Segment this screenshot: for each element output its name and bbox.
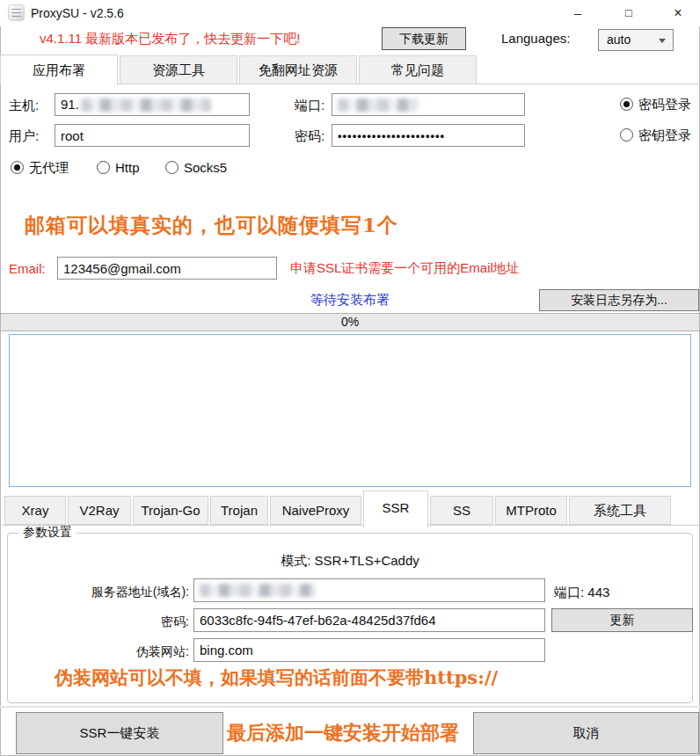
radio-icon bbox=[11, 161, 24, 174]
login-key-label: 密钥登录 bbox=[638, 127, 691, 142]
languages-label: Languages: bbox=[501, 31, 570, 46]
mask-site-label: 伪装网站: bbox=[66, 644, 189, 660]
proxy-none-label: 无代理 bbox=[29, 160, 69, 175]
tab-app-deploy[interactable]: 应用布署 bbox=[0, 55, 118, 85]
proxy-socks5-label: Socks5 bbox=[184, 160, 227, 175]
download-update-button[interactable]: 下载更新 bbox=[382, 27, 466, 50]
maximize-icon[interactable]: □ bbox=[609, 0, 649, 26]
update-notice-version: v4.1.11 bbox=[40, 31, 82, 46]
tab-free-sites[interactable]: 免翻网址资源 bbox=[239, 55, 357, 84]
radio-icon bbox=[165, 161, 179, 174]
login-key-radio[interactable]: 密钥登录 bbox=[620, 127, 691, 144]
chevron-down-icon bbox=[659, 39, 666, 43]
params-group-title: 参数设置 bbox=[18, 525, 77, 541]
params-port-line: 端口: 443 bbox=[554, 585, 609, 601]
mode-label: 模式: bbox=[281, 553, 310, 568]
tab-ssr[interactable]: SSR bbox=[363, 491, 428, 527]
email-input[interactable] bbox=[57, 257, 277, 280]
minimize-icon[interactable]: – bbox=[558, 0, 598, 26]
login-password-radio[interactable]: 密码登录 bbox=[620, 97, 691, 113]
footer-note: 最后添加一键安装开始部署 bbox=[227, 720, 459, 746]
install-log-area[interactable] bbox=[9, 334, 691, 487]
progress-bar: 0% bbox=[0, 313, 700, 331]
app-icon bbox=[8, 4, 25, 21]
email-note: 邮箱可以填真实的，也可以随便填写1个 bbox=[25, 212, 398, 239]
window-title: ProxySU - v2.5.6 bbox=[31, 6, 124, 20]
mode-line: 模式: SSR+TLS+Caddy bbox=[0, 553, 700, 570]
tab-faq[interactable]: 常见问题 bbox=[359, 55, 477, 84]
user-input[interactable] bbox=[55, 124, 250, 147]
proxy-tabs-divider bbox=[0, 525, 700, 526]
tab-mtproto[interactable]: MTProto bbox=[495, 496, 567, 525]
user-label: 用户: bbox=[9, 128, 39, 145]
redacted-port-value bbox=[338, 98, 419, 112]
port-label: 端口: bbox=[295, 98, 324, 114]
tab-v2ray[interactable]: V2Ray bbox=[68, 496, 131, 525]
params-password-input[interactable] bbox=[193, 608, 545, 632]
domain-input[interactable] bbox=[193, 578, 545, 602]
tab-naiveproxy[interactable]: NaiveProxy bbox=[270, 496, 361, 525]
redacted-domain-value bbox=[200, 584, 316, 597]
cancel-button[interactable]: 取消 bbox=[473, 712, 699, 754]
tab-trojan[interactable]: Trojan bbox=[210, 496, 268, 525]
host-value: 91. bbox=[61, 94, 79, 115]
password-label: 密码: bbox=[295, 128, 324, 145]
language-select-value: auto bbox=[607, 33, 631, 47]
title-bar: ProxySU - v2.5.6 – □ × bbox=[0, 0, 700, 26]
proxysu-window: ProxySU - v2.5.6 – □ × v4.1.11 最新版本已发布了，… bbox=[0, 0, 700, 756]
mode-value: SSR+TLS+Caddy bbox=[315, 553, 419, 568]
save-log-button[interactable]: 安装日志另存为... bbox=[539, 289, 699, 311]
proxy-socks5-radio[interactable]: Socks5 bbox=[165, 160, 227, 175]
email-label: Email: bbox=[9, 261, 46, 276]
footer-divider bbox=[0, 706, 700, 708]
host-input[interactable]: 91. bbox=[55, 93, 250, 116]
login-password-label: 密码登录 bbox=[638, 97, 691, 112]
redacted-host-value bbox=[81, 98, 211, 112]
ssl-email-hint: 申请SSL证书需要一个可用的Email地址 bbox=[290, 260, 520, 277]
tab-xray[interactable]: Xray bbox=[4, 496, 66, 525]
proxy-http-radio[interactable]: Http bbox=[97, 160, 140, 175]
domain-label: 服务器地址(域名): bbox=[66, 585, 189, 600]
params-port-value: 443 bbox=[587, 585, 609, 600]
params-port-label: 端口: bbox=[554, 585, 584, 600]
close-icon[interactable]: × bbox=[658, 0, 698, 26]
tab-system-tools[interactable]: 系统工具 bbox=[569, 496, 671, 525]
proxy-http-label: Http bbox=[115, 160, 140, 175]
password-input[interactable] bbox=[332, 124, 525, 147]
mask-site-input[interactable] bbox=[193, 638, 545, 662]
update-notice-text: 最新版本已发布了，快去更新一下吧! bbox=[82, 31, 300, 46]
mask-site-note: 伪装网站可以不填，如果填写的话前面不要带https:// bbox=[55, 665, 498, 690]
proxy-none-radio[interactable]: 无代理 bbox=[11, 160, 69, 177]
radio-icon bbox=[97, 161, 110, 174]
tab-ss[interactable]: SS bbox=[430, 496, 493, 525]
port-input[interactable] bbox=[332, 93, 525, 116]
ssr-install-button[interactable]: SSR一键安装 bbox=[16, 712, 223, 754]
radio-icon bbox=[620, 98, 633, 111]
host-label: 主机: bbox=[9, 98, 39, 114]
params-password-label: 密码: bbox=[66, 614, 189, 630]
tab-trojan-go[interactable]: Trojan-Go bbox=[133, 496, 208, 525]
radio-icon bbox=[620, 128, 633, 142]
language-select[interactable]: auto bbox=[598, 29, 674, 51]
update-notice: v4.1.11 最新版本已发布了，快去更新一下吧! bbox=[40, 31, 300, 47]
update-button[interactable]: 更新 bbox=[551, 608, 693, 632]
tab-resource-tools[interactable]: 资源工具 bbox=[120, 55, 237, 84]
